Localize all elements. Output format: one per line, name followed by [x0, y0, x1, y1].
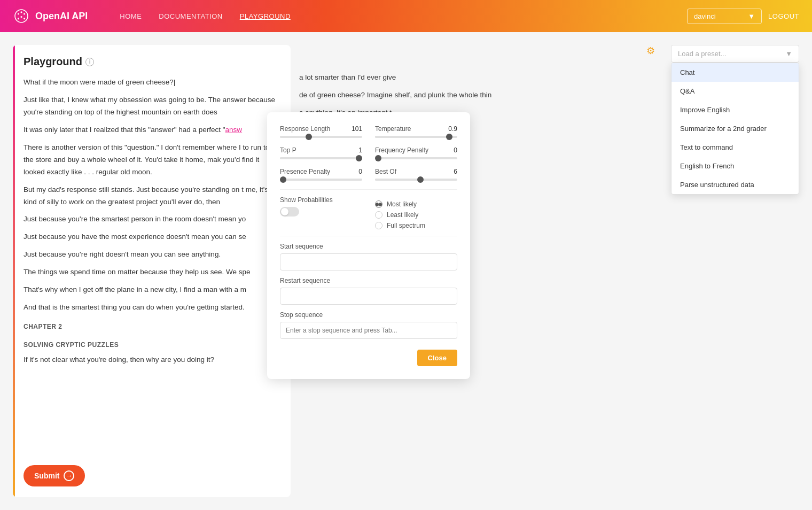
openai-logo-icon: [13, 7, 30, 25]
text-content-10: And that is the smartest thing you can d…: [24, 303, 245, 311]
preset-option-qa[interactable]: Q&A: [672, 82, 799, 101]
radio-full-spectrum[interactable]: Full spectrum: [375, 222, 457, 229]
temperature-value: 0.9: [448, 125, 457, 133]
settings-row-2: Top P 1 Frequency Penalty 0: [280, 146, 457, 159]
preset-option-parse-unstructured[interactable]: Parse unstructured data: [672, 175, 799, 194]
text-line-8: The things we spend time on matter becau…: [24, 266, 280, 279]
best-of-slider[interactable]: [375, 179, 457, 181]
left-panel: Playground i What if the moon were made …: [13, 45, 291, 497]
header-right: davinci ▼ Logout: [687, 9, 799, 24]
text-content-1: Just like that, I knew what my obsession…: [24, 96, 275, 116]
preset-option-text-to-command[interactable]: Text to command: [672, 138, 799, 157]
gear-icon: ⚙: [646, 45, 655, 56]
header: OpenAI API HOME DOCUMENTATION PLAYGROUND…: [0, 0, 812, 32]
start-sequence-input[interactable]: [280, 253, 457, 271]
preset-options-list: Chat Q&A Improve English Summarize for a…: [671, 63, 799, 195]
radio-label-least-likely: Least likely: [387, 211, 418, 219]
response-length-label-text: Response Length: [280, 125, 330, 133]
right-text-line-0: a lot smarter than I'd ever give: [299, 72, 652, 84]
settings-col-frequency-penalty: Frequency Penalty 0: [375, 146, 457, 159]
top-p-slider[interactable]: [280, 157, 362, 159]
nav-home[interactable]: HOME: [120, 12, 142, 20]
preset-option-chat[interactable]: Chat: [672, 63, 799, 82]
radio-circle-most-likely: [375, 200, 382, 208]
text-content-8: The things we spend time on matter becau…: [24, 268, 251, 276]
submit-label: Submit: [34, 472, 59, 480]
radio-group-col: Most likely Least likely Full spectrum: [375, 196, 457, 229]
settings-row-3: Presence Penalty 0 Best Of 6: [280, 168, 457, 181]
divider-2: [280, 236, 457, 236]
best-of-label-text: Best Of: [375, 168, 396, 175]
best-of-value: 6: [454, 168, 457, 175]
top-p-value: 1: [358, 146, 362, 154]
text-line-3: There is another version of this "questi…: [24, 142, 280, 179]
presence-penalty-label-text: Presence Penalty: [280, 168, 330, 175]
submit-button[interactable]: Submit →: [24, 465, 85, 486]
restart-sequence-label: Restart sequence: [280, 277, 457, 284]
info-icon[interactable]: i: [85, 58, 94, 66]
underline-text: answ: [225, 126, 243, 134]
preset-option-english-to-french[interactable]: English to French: [672, 157, 799, 175]
text-line-4: But my dad's response still stands. Just…: [24, 184, 280, 208]
show-probabilities-toggle[interactable]: [280, 207, 299, 217]
restart-sequence-input[interactable]: [280, 288, 457, 305]
chapter-heading: CHAPTER 2: [24, 321, 280, 332]
chapter-sub-heading: SOLVING CRYPTIC PUZZLES: [24, 339, 280, 350]
settings-col-presence-penalty: Presence Penalty 0: [280, 168, 362, 181]
radio-most-likely[interactable]: Most likely: [375, 200, 457, 208]
top-p-label: Top P 1: [280, 146, 362, 154]
text-line-5: Just because you're the smartest person …: [24, 213, 280, 226]
response-length-label: Response Length 101: [280, 125, 362, 133]
text-line-0: What if the moon were made of green chee…: [24, 76, 280, 89]
text-content-4: But my dad's response still stands. Just…: [24, 186, 268, 206]
radio-least-likely[interactable]: Least likely: [375, 211, 457, 219]
presence-penalty-slider[interactable]: [280, 179, 362, 181]
preset-option-improve-english[interactable]: Improve English: [672, 101, 799, 119]
settings-modal: Response Length 101 Temperature 0.9: [267, 112, 470, 379]
show-probabilities-label: Show Probabilities: [280, 196, 362, 204]
settings-row-1: Response Length 101 Temperature 0.9: [280, 125, 457, 138]
text-content-9: That's why when I get off the plane in a…: [24, 285, 246, 293]
model-select-value: davinci: [694, 12, 715, 20]
model-select[interactable]: davinci ▼: [687, 9, 762, 24]
logo-text: OpenAI API: [35, 11, 88, 22]
presence-penalty-value: 0: [358, 168, 362, 175]
playground-text[interactable]: What if the moon were made of green chee…: [24, 76, 280, 366]
logout-button[interactable]: Logout: [768, 12, 799, 20]
stop-sequence-input[interactable]: [280, 322, 457, 339]
settings-gear-button[interactable]: ⚙: [646, 45, 655, 57]
close-button[interactable]: Close: [417, 350, 457, 366]
radio-circle-full-spectrum: [375, 222, 382, 229]
frequency-penalty-value: 0: [454, 146, 457, 154]
best-of-label: Best Of 6: [375, 168, 457, 175]
nav-documentation[interactable]: DOCUMENTATION: [159, 12, 222, 20]
temperature-label: Temperature 0.9: [375, 125, 457, 133]
text-line-7: Just because you're right doesn't mean y…: [24, 249, 280, 261]
radio-group: Most likely Least likely Full spectrum: [375, 200, 457, 229]
text-content-0: What if the moon were made of green chee…: [24, 78, 175, 86]
text-line-2: It was only later that I realized that t…: [24, 124, 280, 136]
preset-chevron-icon: ▼: [785, 50, 792, 58]
preset-option-summarize[interactable]: Summarize for a 2nd grader: [672, 119, 799, 138]
start-sequence-label: Start sequence: [280, 243, 457, 250]
logo[interactable]: OpenAI API: [13, 7, 88, 25]
toggle-thumb: [281, 208, 288, 215]
settings-col-response-length: Response Length 101: [280, 125, 362, 138]
radio-circle-least-likely: [375, 211, 382, 219]
text-line-9: That's why when I get off the plane in a…: [24, 284, 280, 296]
text-content-6: Just because you have the most experienc…: [24, 233, 246, 241]
nav: HOME DOCUMENTATION PLAYGROUND: [120, 12, 666, 20]
preset-select-box[interactable]: Load a preset... ▼: [671, 45, 799, 63]
preset-placeholder: Load a preset...: [678, 50, 726, 58]
page-title: Playground i: [24, 56, 280, 68]
frequency-penalty-slider[interactable]: [375, 157, 457, 159]
stop-sequence-label: Stop sequence: [280, 311, 457, 319]
close-btn-row: Close: [280, 343, 457, 366]
response-length-slider[interactable]: [280, 136, 362, 138]
text-line-10: And that is the smartest thing you can d…: [24, 302, 280, 314]
top-p-label-text: Top P: [280, 146, 296, 154]
settings-col-top-p: Top P 1: [280, 146, 362, 159]
divider-1: [280, 189, 457, 190]
temperature-slider[interactable]: [375, 136, 457, 138]
nav-playground[interactable]: PLAYGROUND: [240, 12, 291, 20]
